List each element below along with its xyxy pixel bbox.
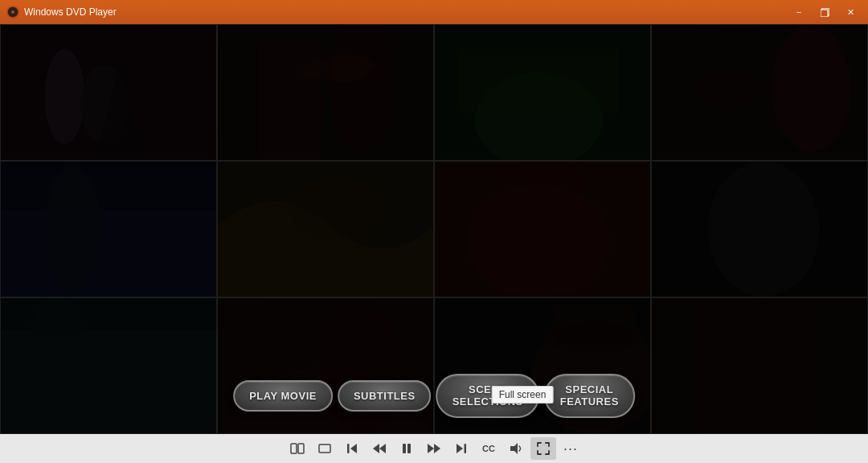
close-button[interactable]: ✕ (839, 4, 862, 20)
svg-rect-50 (465, 444, 467, 453)
minimize-button[interactable]: − (788, 4, 810, 20)
more-button[interactable]: ··· (558, 437, 583, 460)
svg-rect-45 (403, 444, 406, 453)
rewind-button[interactable] (366, 437, 392, 460)
svg-rect-3 (821, 10, 828, 17)
prev-chapter-button[interactable] (339, 437, 365, 460)
fast-forward-icon (428, 442, 440, 455)
svg-marker-49 (457, 444, 463, 453)
title-bar: Windows DVD Player − ✕ (0, 0, 868, 24)
svg-marker-41 (350, 444, 357, 453)
title-text: Windows DVD Player (24, 6, 117, 18)
window-controls: − ✕ (788, 4, 862, 20)
svg-point-1 (11, 10, 14, 14)
aspect-ratio-button[interactable] (312, 437, 338, 460)
special-features-button[interactable]: SPECIAL FEATURES (544, 374, 635, 418)
play-movie-button[interactable]: PLAY MOVIE (233, 380, 333, 412)
fullscreen-button[interactable] (530, 437, 556, 460)
volume-icon (509, 441, 523, 456)
subtitles-ctrl-button[interactable]: CC (476, 437, 502, 460)
title-bar-left: Windows DVD Player (6, 6, 117, 18)
fullscreen-icon (536, 441, 551, 456)
menu-overlay (0, 24, 868, 434)
controls-bar: CC ··· (0, 434, 868, 463)
next-chapter-icon (455, 442, 468, 455)
app-icon (6, 6, 19, 18)
more-icon: ··· (563, 440, 578, 457)
chapters-button[interactable] (285, 437, 310, 460)
svg-marker-51 (510, 443, 518, 454)
volume-button[interactable] (503, 437, 529, 460)
svg-marker-44 (379, 444, 386, 453)
svg-marker-47 (428, 444, 434, 453)
main-content: PLAY MOVIE SUBTItLeS SCENE SELECTIONS SP… (0, 24, 868, 434)
scene-selections-button[interactable]: SCENE SELECTIONS (436, 374, 539, 418)
restore-button[interactable] (813, 4, 836, 20)
svg-marker-48 (434, 444, 440, 453)
svg-marker-43 (373, 444, 379, 453)
prev-chapter-icon (346, 442, 358, 455)
dvd-menu-buttons: PLAY MOVIE SUBTItLeS SCENE SELECTIONS SP… (233, 374, 635, 418)
next-chapter-button[interactable] (448, 437, 474, 460)
pause-button[interactable] (394, 437, 420, 460)
svg-rect-42 (347, 444, 350, 453)
rewind-icon (373, 442, 386, 455)
pause-icon (400, 442, 413, 455)
fast-forward-button[interactable] (421, 437, 447, 460)
cc-icon: CC (482, 444, 495, 453)
subtitles-button[interactable]: SUBTItLeS (338, 380, 432, 412)
svg-rect-39 (298, 444, 304, 453)
svg-rect-40 (319, 445, 330, 453)
aspect-icon (317, 441, 332, 456)
chapters-icon (290, 441, 305, 456)
svg-rect-38 (291, 444, 297, 453)
svg-rect-46 (407, 444, 411, 453)
